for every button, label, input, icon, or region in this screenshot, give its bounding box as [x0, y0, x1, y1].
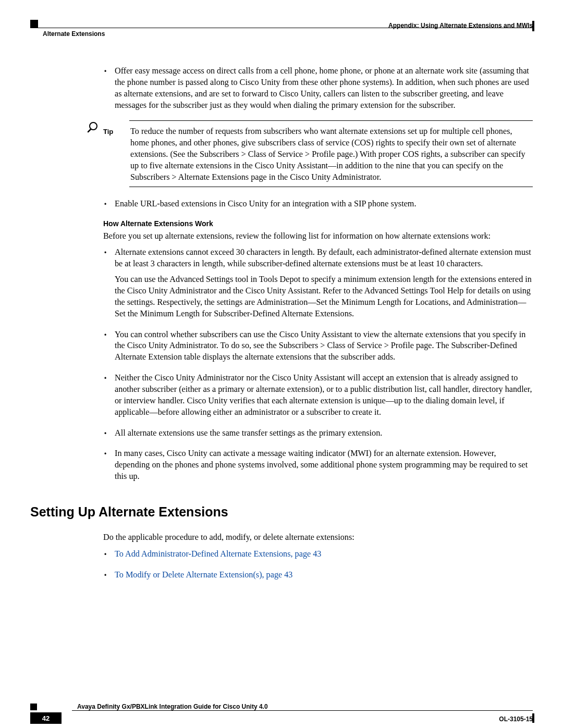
- tip-label: Tip: [103, 126, 115, 183]
- link-add-admin-extensions[interactable]: To Add Administrator-Defined Alternate E…: [115, 549, 533, 560]
- tip-callout: Tip To reduce the number of requests fro…: [103, 120, 533, 187]
- tip-rule-top: [129, 120, 533, 121]
- bullet-marker: •: [103, 199, 107, 210]
- bullet-sub: You can use the Advanced Settings tool i…: [115, 274, 533, 319]
- page-number-badge: 42: [30, 712, 62, 724]
- link-modify-delete-extensions[interactable]: To Modify or Delete Alternate Extension(…: [115, 570, 533, 581]
- bullet-text: Alternate extensions cannot exceed 30 ch…: [115, 247, 533, 319]
- tip-text: To reduce the number of requests from su…: [130, 126, 533, 183]
- setup-paragraph: Do the applicable procedure to add, modi…: [103, 532, 533, 544]
- body-column: Do the applicable procedure to add, modi…: [30, 532, 533, 581]
- bullet-marker: •: [103, 570, 107, 581]
- bullet-item: • Neither the Cisco Unity Administrator …: [103, 373, 533, 418]
- page-header: Appendix: Using Alternate Extensions and…: [30, 22, 533, 34]
- bullet-text: All alternate extensions use the same tr…: [115, 428, 533, 439]
- bullet-item: • Enable URL-based extensions in Cisco U…: [103, 199, 533, 210]
- heading-setting-up: Setting Up Alternate Extensions: [30, 504, 533, 520]
- tip-rule-bottom: [129, 187, 533, 187]
- header-appendix-label: Appendix: Using Alternate Extensions and…: [388, 22, 533, 29]
- bullet-item: • All alternate extensions use the same …: [103, 428, 533, 439]
- bullet-item: • Offer easy message access on direct ca…: [103, 66, 533, 111]
- intro-paragraph: Before you set up alternate extensions, …: [103, 231, 533, 242]
- bullet-item: • To Modify or Delete Alternate Extensio…: [103, 570, 533, 581]
- tip-icon: [87, 120, 100, 134]
- bullet-item: • Alternate extensions cannot exceed 30 …: [103, 247, 533, 319]
- subheading-how-extensions-work: How Alternate Extensions Work: [103, 219, 533, 228]
- header-left-square: [30, 20, 38, 28]
- bullet-marker: •: [103, 549, 107, 560]
- footer-doc-title: Avaya Definity Gx/PBXLink Integration Gu…: [77, 703, 268, 710]
- header-section-label: Alternate Extensions: [43, 30, 105, 38]
- bullet-text: Enable URL-based extensions in Cisco Uni…: [115, 199, 533, 210]
- bullet-text: You can control whether subscribers can …: [115, 329, 533, 364]
- bullet-marker: •: [103, 428, 107, 439]
- footer-rule: [72, 710, 533, 711]
- bullet-main: Alternate extensions cannot exceed 30 ch…: [115, 248, 531, 268]
- document-page: Appendix: Using Alternate Extensions and…: [0, 0, 563, 728]
- page-number: 42: [42, 714, 50, 722]
- bullet-marker: •: [103, 66, 107, 111]
- body-column: • Offer easy message access on direct ca…: [30, 66, 533, 483]
- bullet-marker: •: [103, 247, 107, 319]
- bullet-text: In many cases, Cisco Unity can activate …: [115, 448, 533, 483]
- footer-docid: OL-3105-15: [499, 715, 533, 723]
- bullet-item: • In many cases, Cisco Unity can activat…: [103, 448, 533, 483]
- bullet-marker: •: [103, 448, 107, 483]
- bullet-item: • You can control whether subscribers ca…: [103, 329, 533, 364]
- svg-line-1: [88, 129, 91, 132]
- bullet-marker: •: [103, 373, 107, 418]
- bullet-text: Neither the Cisco Unity Administrator no…: [115, 373, 533, 418]
- bullet-item: • To Add Administrator-Defined Alternate…: [103, 549, 533, 560]
- bullet-text: Offer easy message access on direct call…: [115, 66, 533, 111]
- bullet-marker: •: [103, 329, 107, 364]
